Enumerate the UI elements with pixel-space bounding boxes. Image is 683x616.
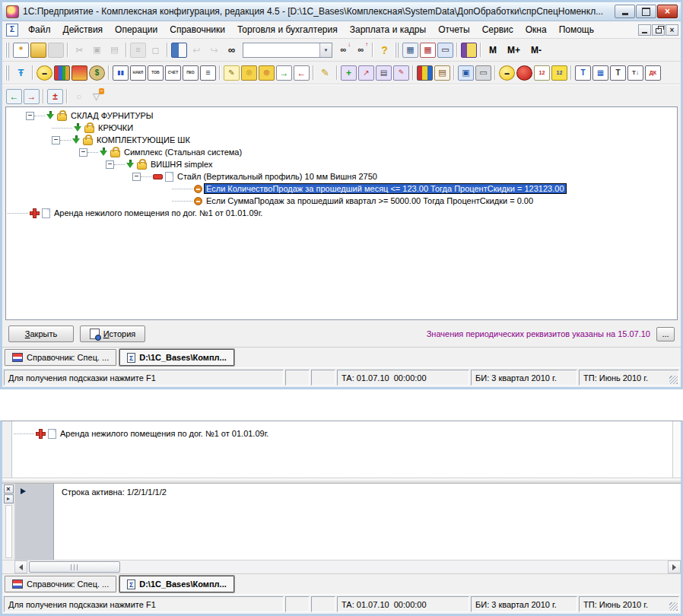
invoice-pko-button[interactable]: ПКО xyxy=(183,65,199,81)
level-up-button[interactable]: ← xyxy=(6,89,22,104)
coins-expense-button[interactable]: ◎ xyxy=(259,65,275,81)
note-edit-button[interactable]: ✎ xyxy=(224,65,240,81)
invoice-schet-button[interactable]: СЧЕТ xyxy=(165,65,181,81)
menu-file[interactable]: Файл xyxy=(22,23,57,37)
resize-grip[interactable] xyxy=(669,602,678,611)
employee-add-button[interactable]: + xyxy=(341,65,357,81)
currency-t-button[interactable]: Ŧ xyxy=(13,65,29,81)
calculator-button[interactable]: ▦ xyxy=(402,43,418,58)
paste-button[interactable]: ▤ xyxy=(106,43,122,58)
close-button[interactable] xyxy=(657,5,678,18)
apple-button[interactable] xyxy=(516,65,532,81)
calendar-button[interactable]: ▦ xyxy=(420,43,436,58)
tree-panel[interactable]: СКЛАД ФУРНИТУРЫКРЮЧКИКОМПЛЕКТУЮЩИЕ ШКСим… xyxy=(5,106,678,320)
document-list-button[interactable]: ≡ xyxy=(200,65,216,81)
tree-row[interactable]: Симплекс (Стальная система) xyxy=(6,146,677,158)
menu-help[interactable]: Помощь xyxy=(553,23,600,37)
menu-reports[interactable]: Отчеты xyxy=(432,23,475,37)
menu-actions[interactable]: Действия xyxy=(57,23,110,37)
menu-service[interactable]: Сервис xyxy=(476,23,519,37)
message-vscrollbar[interactable] xyxy=(5,505,12,558)
monitor-button[interactable]: ▭ xyxy=(437,43,453,58)
expand-collapse-box[interactable] xyxy=(79,148,87,157)
level-down-button[interactable]: → xyxy=(24,89,40,104)
archive-drawer-button[interactable]: ▭ xyxy=(475,65,491,81)
tree-row[interactable]: Если КоличествоПродаж за прошедший месяц… xyxy=(6,183,677,195)
periodic-date-button[interactable]: ... xyxy=(656,327,675,341)
smiley-2-button[interactable]: ▬ xyxy=(499,65,515,81)
taskbar-tab-2[interactable]: D:\1C_Bases\Компл... xyxy=(119,349,234,366)
tree-row[interactable]: СКЛАД ФУРНИТУРЫ xyxy=(6,110,677,122)
tree-vscrollbar[interactable] xyxy=(672,421,681,478)
menu-windows[interactable]: Окна xyxy=(519,23,553,37)
chart-report-button[interactable]: ▮▮ xyxy=(113,65,129,81)
redo-button[interactable]: ↪ xyxy=(206,43,222,58)
scroll-right-button[interactable] xyxy=(668,560,681,573)
calendar-white-button[interactable]: 12 xyxy=(534,65,550,81)
find-button[interactable]: ∞ xyxy=(224,43,240,58)
employee-card-button[interactable]: ▤ xyxy=(376,65,392,81)
pencil-button[interactable]: ✎ xyxy=(317,65,333,81)
edit-table-button[interactable]: ± xyxy=(47,89,63,104)
tree-row[interactable]: КРЮЧКИ xyxy=(6,122,677,134)
mdi-restore-button[interactable] xyxy=(652,24,665,36)
calendar-yellow-button[interactable]: 12 xyxy=(551,65,567,81)
menu-operations[interactable]: Операции xyxy=(109,23,164,37)
scroll-left-button[interactable] xyxy=(14,560,27,573)
next-message-button[interactable] xyxy=(4,494,14,503)
expand-collapse-box[interactable] xyxy=(106,160,114,169)
money-bag-button[interactable]: $ xyxy=(89,65,105,81)
tree-row[interactable]: Аренда нежилого помещения по дог. №1 от … xyxy=(12,427,672,440)
card-file-button[interactable]: ▤ xyxy=(434,65,450,81)
dropdown-arrow-icon[interactable] xyxy=(319,43,332,57)
toolbar-grip[interactable] xyxy=(5,43,9,58)
exit-door-button[interactable]: ← xyxy=(294,65,310,81)
find-next-button[interactable]: ∞↓ xyxy=(335,43,351,58)
history-button[interactable]: История xyxy=(80,325,145,342)
memory-minus-button[interactable]: M- xyxy=(527,44,545,56)
report-t2-button[interactable]: Т xyxy=(610,65,626,81)
save-button[interactable] xyxy=(48,43,64,58)
report-dk-button[interactable]: ДК xyxy=(645,65,661,81)
filter-button[interactable]: ▽− xyxy=(88,89,104,104)
candles-button[interactable] xyxy=(54,65,70,81)
invoice-tov-button[interactable]: ТОВ xyxy=(148,65,164,81)
scroll-thumb[interactable] xyxy=(29,561,120,573)
menu-salary-hr[interactable]: Зарплата и кадры xyxy=(344,23,432,37)
close-form-button[interactable]: Закрыть xyxy=(8,325,74,342)
apple-cart-button[interactable] xyxy=(71,65,87,81)
panel-splitter[interactable] xyxy=(2,478,681,484)
report-t1-button[interactable]: Т xyxy=(575,65,591,81)
exit-key-button[interactable] xyxy=(171,43,187,58)
enter-door-button[interactable]: → xyxy=(276,65,292,81)
tree-rows-fragment[interactable]: Аренда нежилого помещения по дог. №1 от … xyxy=(12,421,672,478)
search-combobox[interactable] xyxy=(243,43,332,58)
coins-button[interactable]: ◎ xyxy=(241,65,257,81)
expand-collapse-box[interactable] xyxy=(26,112,34,120)
print-preview-button[interactable]: ◻ xyxy=(148,43,164,58)
menu-trade-accounting[interactable]: Торговля и бухгалтерия xyxy=(231,23,344,37)
mdi-close-button[interactable] xyxy=(666,24,678,36)
employee-dismiss-button[interactable]: ✎ xyxy=(393,65,409,81)
minimize-button[interactable] xyxy=(615,5,635,18)
menu-references[interactable]: Справочники xyxy=(164,23,231,37)
new-button[interactable]: * xyxy=(13,43,29,58)
taskbar-tab-1[interactable]: Справочник: Спец. ... xyxy=(5,349,116,366)
undo-button[interactable]: ↩ xyxy=(189,43,205,58)
report-t3-button[interactable]: Т↓ xyxy=(627,65,643,81)
invoice-nakl-button[interactable]: НАКЛ xyxy=(130,65,146,81)
print-button[interactable]: ≡ xyxy=(130,43,146,58)
tree-row[interactable]: ВИШНЯ simplex xyxy=(6,158,677,170)
cut-button[interactable]: ✂ xyxy=(71,43,87,58)
reference-book-button[interactable] xyxy=(417,65,433,81)
tree-row[interactable]: Аренда нежилого помещения по дог. №1 от … xyxy=(6,207,677,219)
tree-row[interactable]: КОМПЛЕКТУЮЩИЕ ШК xyxy=(6,134,677,146)
search-input[interactable] xyxy=(243,43,319,57)
taskbar-tab-1[interactable]: Справочник: Спец. ... xyxy=(5,576,116,592)
employee-measure-button[interactable]: ↗ xyxy=(358,65,374,81)
zoom-button[interactable]: ○ xyxy=(71,89,87,104)
expand-collapse-box[interactable] xyxy=(52,136,60,144)
scroll-track[interactable] xyxy=(122,560,668,573)
message-list[interactable]: Строка активна: 1/2/1/1/1/2 xyxy=(54,484,681,560)
tree-row[interactable]: Если СуммаПродаж за прошедший квартал >=… xyxy=(6,195,677,207)
